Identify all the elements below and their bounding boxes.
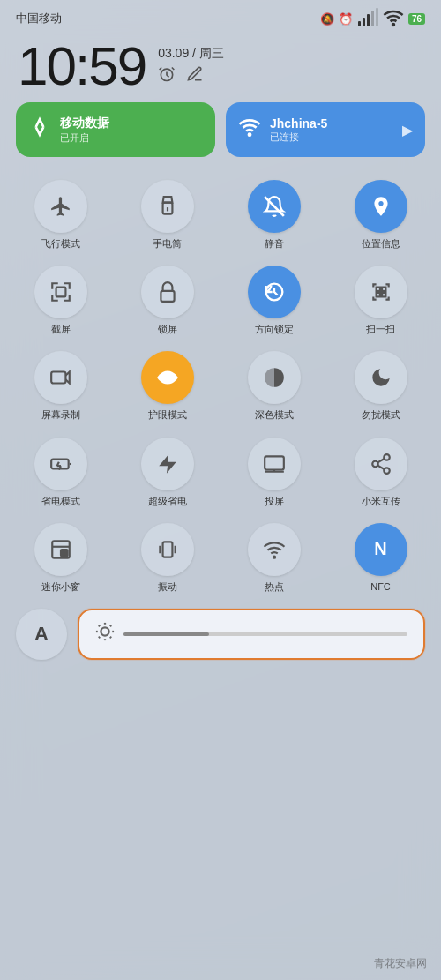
- svg-point-19: [164, 375, 170, 381]
- eye-care-circle: [141, 351, 194, 404]
- cast-circle: [248, 438, 301, 490]
- svg-rect-4: [376, 8, 378, 26]
- ctrl-nfc[interactable]: N NFC: [327, 514, 434, 600]
- svg-rect-34: [61, 550, 68, 557]
- battery-badge: 76: [408, 13, 425, 25]
- mi-share-circle: [355, 438, 407, 490]
- wifi-arrow-icon: ▶: [402, 122, 413, 138]
- flashlight-circle: [141, 180, 194, 233]
- silent-circle: [248, 180, 301, 233]
- svg-rect-25: [265, 456, 284, 469]
- svg-point-28: [384, 454, 390, 460]
- rotation-circle: [248, 266, 301, 318]
- bottom-controls: A: [0, 602, 441, 669]
- status-bar: 中国移动 🔕 ⏰ 76: [0, 0, 441, 32]
- svg-line-31: [377, 465, 384, 468]
- ctrl-dnd[interactable]: 勿扰模式: [327, 342, 434, 428]
- hotspot-circle: [248, 523, 301, 576]
- mini-window-label: 迷你小窗: [41, 581, 80, 593]
- svg-rect-1: [363, 18, 365, 26]
- svg-marker-24: [159, 454, 176, 474]
- ctrl-cast[interactable]: 投屏: [220, 429, 327, 514]
- scan-circle: [355, 266, 407, 318]
- vibrate-label: 振动: [158, 581, 177, 593]
- dnd-circle: [355, 351, 407, 404]
- svg-line-32: [377, 459, 384, 462]
- ctrl-flashlight[interactable]: 手电筒: [114, 171, 220, 257]
- silent-label: 静音: [265, 238, 284, 250]
- ctrl-battery-saver[interactable]: 省电模式: [7, 429, 114, 514]
- svg-point-38: [101, 628, 108, 636]
- battery-saver-circle: [34, 438, 87, 490]
- status-icons: 🔕 ⏰ 76: [320, 7, 425, 31]
- scan-label: 扫一扫: [366, 324, 395, 335]
- svg-line-46: [110, 625, 111, 626]
- font-size-label: A: [34, 623, 49, 646]
- svg-point-5: [392, 24, 394, 26]
- ctrl-lockscreen[interactable]: 锁屏: [114, 257, 220, 342]
- ctrl-silent[interactable]: 静音: [220, 171, 327, 257]
- wifi-toggle-icon: [238, 116, 261, 144]
- svg-point-7: [249, 134, 250, 136]
- screen-record-label: 屏幕录制: [41, 409, 80, 421]
- screen-record-circle: [34, 351, 87, 404]
- date-icons: [158, 65, 224, 86]
- ctrl-mini-window[interactable]: 迷你小窗: [7, 514, 114, 600]
- dark-mode-label: 深色模式: [255, 409, 294, 421]
- ctrl-vibrate[interactable]: 振动: [114, 514, 220, 600]
- screenshot-circle: [34, 266, 87, 318]
- ctrl-scan[interactable]: 扫一扫: [327, 257, 434, 342]
- wifi-icon: [383, 7, 404, 31]
- svg-rect-17: [382, 293, 385, 296]
- brightness-control[interactable]: [78, 609, 425, 660]
- alarm-icon: ⏰: [339, 12, 353, 26]
- svg-point-37: [273, 556, 274, 557]
- quick-toggles: 移动数据 已开启 Jhchina-5 已连接 ▶: [0, 102, 441, 171]
- eye-care-label: 护眼模式: [148, 409, 187, 421]
- ctrl-screen-record[interactable]: 屏幕录制: [7, 342, 114, 428]
- ctrl-super-saver[interactable]: 超级省电: [114, 429, 220, 514]
- alarm-shortcut-icon[interactable]: [158, 65, 176, 86]
- silent-icon: 🔕: [320, 12, 334, 26]
- date-text: 03.09 / 周三: [158, 46, 224, 62]
- lockscreen-circle: [141, 266, 194, 318]
- ctrl-rotation-lock[interactable]: 方向锁定: [220, 257, 327, 342]
- ctrl-screenshot[interactable]: 截屏: [7, 257, 114, 342]
- brightness-track[interactable]: [123, 632, 407, 636]
- edit-shortcut-icon[interactable]: [186, 65, 204, 86]
- wifi-info: Jhchina-5 已连接: [270, 116, 327, 144]
- svg-rect-16: [376, 293, 379, 296]
- wifi-sublabel: 已连接: [270, 131, 327, 144]
- svg-rect-12: [161, 291, 174, 302]
- svg-rect-14: [376, 288, 379, 291]
- svg-rect-18: [51, 372, 65, 384]
- svg-point-29: [372, 460, 378, 467]
- carrier-text: 中国移动: [16, 11, 62, 26]
- nfc-circle: N: [355, 523, 407, 576]
- wifi-toggle[interactable]: Jhchina-5 已连接 ▶: [226, 102, 425, 157]
- watermark: 青花安卓网: [374, 956, 427, 971]
- ctrl-mi-share[interactable]: 小米互传: [327, 429, 434, 514]
- dark-mode-circle: [248, 351, 301, 404]
- location-label: 位置信息: [362, 238, 400, 250]
- lockscreen-label: 锁屏: [158, 324, 177, 335]
- time-section: 10:59 03.09 / 周三: [0, 32, 441, 102]
- wifi-label: Jhchina-5: [270, 116, 327, 131]
- mobile-data-icon: [28, 116, 51, 144]
- font-size-button[interactable]: A: [16, 609, 67, 660]
- hotspot-label: 热点: [265, 581, 284, 593]
- ctrl-hotspot[interactable]: 热点: [220, 514, 327, 600]
- ctrl-eye-care[interactable]: 护眼模式: [114, 342, 220, 428]
- ctrl-dark-mode[interactable]: 深色模式: [220, 342, 327, 428]
- ctrl-airplane[interactable]: 飞行模式: [7, 171, 114, 257]
- airplane-label: 飞行模式: [41, 238, 80, 250]
- ctrl-location[interactable]: 位置信息: [327, 171, 434, 257]
- brightness-fill: [123, 632, 209, 636]
- vibrate-circle: [141, 523, 194, 576]
- super-saver-circle: [141, 438, 194, 490]
- mobile-data-toggle[interactable]: 移动数据 已开启: [16, 102, 215, 157]
- dnd-label: 勿扰模式: [362, 409, 400, 421]
- cast-label: 投屏: [265, 496, 284, 507]
- svg-point-30: [384, 468, 390, 474]
- mobile-data-label: 移动数据: [60, 116, 109, 131]
